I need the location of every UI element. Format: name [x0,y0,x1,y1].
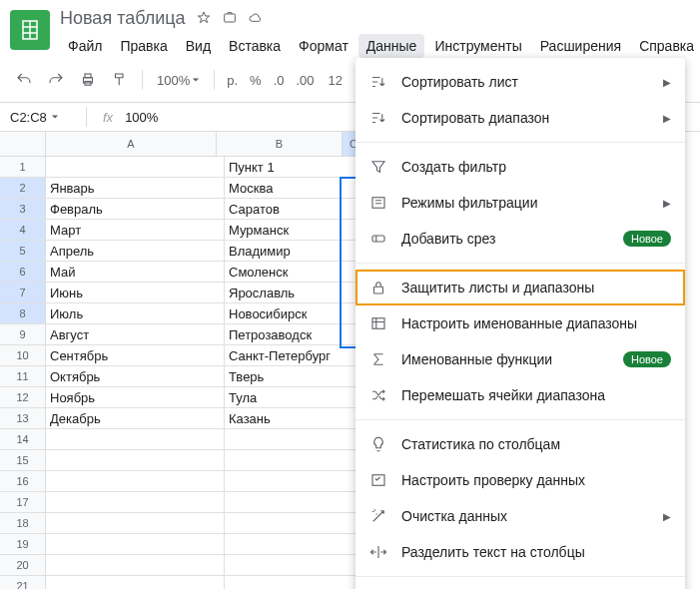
formula-input[interactable]: 100% [125,110,158,125]
cell[interactable]: Июнь [46,283,225,303]
row-header[interactable]: 16 [0,471,46,492]
column-header-B[interactable]: B [217,132,343,157]
menu-item-slicer[interactable]: Добавить срезНовое [355,221,685,257]
cell[interactable] [46,513,225,534]
menu-item-filter-views[interactable]: Режимы фильтрации▶ [355,185,685,221]
menu-item-wand[interactable]: Очистка данных▶ [355,498,685,534]
cell[interactable]: Ярославль [225,283,358,303]
cell[interactable] [46,555,225,576]
menu-item-sort[interactable]: Сортировать лист▶ [355,64,685,100]
row-header[interactable]: 21 [0,576,46,589]
cell[interactable] [225,513,358,534]
menu-item-named-range[interactable]: Настроить именованные диапазоны [355,305,685,341]
cell[interactable]: Октябрь [46,366,225,387]
menubar-item-справка[interactable]: Справка [631,34,700,58]
cell[interactable]: Смоленск [225,262,358,283]
row-header[interactable]: 4 [0,220,46,241]
menu-item-checklist[interactable]: Настроить проверку данных [355,462,685,498]
row-header[interactable]: 7 [0,283,46,303]
number-format-dropdown[interactable]: 12 [323,73,349,88]
cell[interactable] [225,534,358,555]
move-icon[interactable] [222,10,238,26]
cell[interactable] [225,492,358,513]
doc-title[interactable]: Новая таблица [60,8,186,29]
menubar-item-вставка[interactable]: Вставка [221,34,289,58]
cell[interactable]: Санкт-Петербург [225,345,358,366]
menu-item-database[interactable]: Коннекторы данныхНовое▶ [355,583,685,589]
menubar-item-инструменты[interactable]: Инструменты [426,34,529,58]
row-header[interactable]: 15 [0,450,46,471]
row-header[interactable]: 20 [0,555,46,576]
cell[interactable]: Мурманск [225,220,358,241]
cell[interactable]: Саратов [225,199,358,220]
row-header[interactable]: 8 [0,303,46,324]
percent-button[interactable]: % [246,73,266,88]
row-header[interactable]: 12 [0,387,46,408]
cell[interactable]: Ноябрь [46,387,225,408]
menubar-item-расширения[interactable]: Расширения [532,34,629,58]
select-all-corner[interactable] [0,132,46,157]
cell[interactable]: Новосибирск [225,303,358,324]
menu-item-filter[interactable]: Создать фильтр [355,149,685,185]
row-header[interactable]: 2 [0,178,46,199]
row-header[interactable]: 11 [0,366,46,387]
undo-button[interactable] [10,66,38,94]
row-header[interactable]: 6 [0,262,46,283]
cell[interactable] [46,450,225,471]
cell[interactable] [46,534,225,555]
print-button[interactable] [74,66,102,94]
sheets-logo[interactable] [10,10,50,50]
decrease-decimal-button[interactable]: .0 [270,73,289,88]
row-header[interactable]: 18 [0,513,46,534]
cell[interactable] [225,429,358,450]
menubar-item-файл[interactable]: Файл [60,34,110,58]
increase-decimal-button[interactable]: .00 [293,73,319,88]
cell[interactable]: Москва [225,178,358,199]
cell[interactable] [225,555,358,576]
menu-item-sort[interactable]: Сортировать диапазон▶ [355,100,685,136]
cloud-icon[interactable] [248,10,264,26]
menubar-item-вид[interactable]: Вид [178,34,219,58]
row-header[interactable]: 9 [0,324,46,345]
menubar-item-данные[interactable]: Данные [358,34,425,58]
menu-item-split[interactable]: Разделить текст на столбцы [355,534,685,570]
cell[interactable] [225,471,358,492]
cell[interactable]: Петрозаводск [225,324,358,345]
menubar-item-правка[interactable]: Правка [112,34,175,58]
paint-format-button[interactable] [106,66,134,94]
cell[interactable] [46,429,225,450]
cell[interactable]: Декабрь [46,408,225,429]
cell[interactable]: Май [46,262,225,283]
cell[interactable]: Тула [225,387,358,408]
menu-item-lock[interactable]: Защитить листы и диапазоны [355,270,685,305]
cell[interactable] [46,471,225,492]
row-header[interactable]: 5 [0,241,46,262]
cell[interactable]: Тверь [225,366,358,387]
cell[interactable]: Пункт 1 [225,157,358,178]
cell[interactable] [225,450,358,471]
cell[interactable]: Февраль [46,199,225,220]
cell[interactable] [46,576,225,589]
cell[interactable] [46,492,225,513]
menubar-item-формат[interactable]: Формат [291,34,356,58]
cell[interactable]: Март [46,220,225,241]
star-icon[interactable] [196,10,212,26]
cell[interactable] [46,157,225,178]
cell[interactable]: Январь [46,178,225,199]
cell[interactable]: Владимир [225,241,358,262]
currency-button[interactable]: р. [223,73,242,88]
row-header[interactable]: 14 [0,429,46,450]
zoom-dropdown[interactable]: 100% [151,73,206,88]
row-header[interactable]: 10 [0,345,46,366]
menu-item-sigma[interactable]: Именованные функцииНовое [355,341,685,377]
cell[interactable]: Казань [225,408,358,429]
row-header[interactable]: 13 [0,408,46,429]
row-header[interactable]: 1 [0,157,46,178]
cell[interactable]: Апрель [46,241,225,262]
menu-item-shuffle[interactable]: Перемешать ячейки диапазона [355,377,685,413]
menu-item-bulb[interactable]: Статистика по столбцам [355,426,685,462]
column-header-A[interactable]: A [46,132,217,157]
row-header[interactable]: 3 [0,199,46,220]
row-header[interactable]: 17 [0,492,46,513]
cell[interactable]: Сентябрь [46,345,225,366]
